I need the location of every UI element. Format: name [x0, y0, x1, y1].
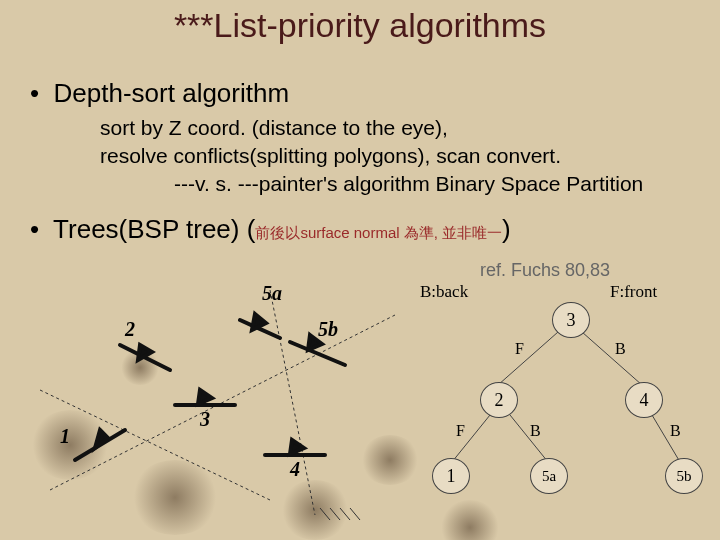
label-4: 4 — [290, 458, 300, 481]
bullet-bsp-post: ) — [502, 214, 511, 244]
label-2: 2 — [125, 318, 135, 341]
svg-marker-8 — [198, 390, 212, 404]
label-3: 3 — [200, 408, 210, 431]
svg-marker-4 — [95, 430, 108, 448]
edge-f: F — [456, 422, 465, 440]
bullet-sub-sort: sort by Z coord. (distance to the eye), — [100, 116, 448, 140]
tree-node-3: 3 — [552, 302, 590, 338]
edge-b: B — [530, 422, 541, 440]
ref-text: ref. Fuchs 80,83 — [480, 260, 610, 281]
tree-node-4: 4 — [625, 382, 663, 418]
tree-node-1: 1 — [432, 458, 470, 494]
svg-marker-12 — [252, 314, 266, 330]
tree-node-2: 2 — [480, 382, 518, 418]
bsp-tree-diagram: B:back F:front 3 2 4 1 5a 5b F B F B B — [420, 290, 720, 520]
svg-line-17 — [340, 508, 350, 520]
bullet-bsp: • Trees(BSP tree) (前後以surface normal 為準,… — [30, 214, 511, 245]
tree-node-5a: 5a — [530, 458, 568, 494]
svg-line-15 — [320, 508, 330, 520]
bullet-text: Depth-sort algorithm — [54, 78, 290, 108]
bsp-spatial-diagram: 1 2 3 4 5a 5b — [40, 290, 400, 520]
svg-line-20 — [582, 332, 642, 385]
edge-f: F — [515, 340, 524, 358]
label-5b: 5b — [318, 318, 338, 341]
bullet-depth-sort: • Depth-sort algorithm — [30, 78, 289, 109]
svg-line-19 — [498, 332, 558, 385]
svg-line-0 — [50, 315, 395, 490]
svg-line-18 — [350, 508, 360, 520]
label-1: 1 — [60, 425, 70, 448]
tree-node-5b: 5b — [665, 458, 703, 494]
label-5a: 5a — [262, 282, 282, 305]
bullet-bsp-pre: Trees(BSP tree) ( — [53, 214, 255, 244]
slide-title: ***List-priority algorithms — [0, 6, 720, 45]
edge-b: B — [670, 422, 681, 440]
svg-marker-10 — [290, 440, 304, 454]
bullet-sub-resolve: resolve conflicts(splitting polygons), s… — [100, 144, 561, 168]
bullet-bsp-note: 前後以surface normal 為準, 並非唯一 — [255, 224, 502, 241]
svg-line-16 — [330, 508, 340, 520]
svg-line-2 — [270, 290, 315, 515]
svg-line-22 — [510, 415, 548, 462]
edge-b: B — [615, 340, 626, 358]
bullet-sub-vs: ---v. s. ---painter's algorithm Binary S… — [174, 172, 643, 196]
